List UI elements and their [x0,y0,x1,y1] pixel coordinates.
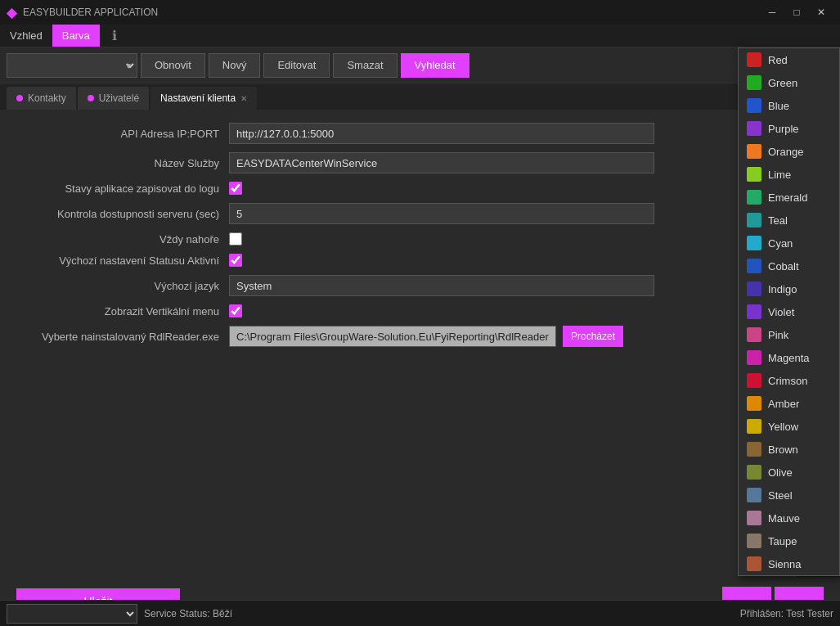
color-item-blue[interactable]: Blue [739,94,839,117]
input-kontrola[interactable] [229,203,654,224]
app-title: EASYBUILDER APPLICATION [23,7,158,18]
color-item-emerald[interactable]: Emerald [739,186,839,209]
color-item-taupe[interactable]: Taupe [739,529,839,552]
color-swatch-indigo [747,281,761,296]
color-item-yellow[interactable]: Yellow [739,415,839,438]
color-item-cobalt[interactable]: Cobalt [739,254,839,277]
menu-barva[interactable]: Barva [52,25,100,47]
color-swatch-mauve [747,511,761,525]
form-row-jazyk: Výchozí jazyk [16,275,779,296]
color-label-emerald: Emerald [768,191,807,204]
color-label-lime: Lime [768,169,791,181]
color-swatch-emerald [747,190,761,205]
novy-button[interactable]: Nový [209,53,261,78]
color-swatch-taupe [747,534,761,548]
color-item-amber[interactable]: Amber [739,392,839,415]
color-label-cobalt: Cobalt [768,260,799,272]
info-icon[interactable]: ℹ [100,28,129,43]
color-label-taupe: Taupe [768,535,797,547]
color-label-olive: Olive [768,466,793,479]
app-logo: ◆ [7,5,16,20]
tab-kontakty-dot [16,95,23,101]
vyhledat-button[interactable]: Vyhledat [401,53,469,78]
obnovit-button[interactable]: Obnovit [141,53,205,78]
color-label-indigo: Indigo [768,283,797,295]
form-row-vertikalni_menu: Zobrazit Vertikální menu [16,304,779,318]
label-api_adresa: API Adresa IP:PORT [16,128,229,140]
smazat-button[interactable]: Smazat [333,53,397,78]
minimize-button[interactable]: ─ [760,0,784,25]
color-label-violet: Violet [768,306,794,318]
color-swatch-amber [747,396,761,411]
form-row-kontrola: Kontrola dostupnosti serveru (sec) [16,203,779,224]
color-swatch-sienna [747,556,761,571]
editovat-button[interactable]: Editovat [263,53,330,78]
color-label-green: Green [768,77,797,89]
color-item-steel[interactable]: Steel [739,484,839,507]
color-swatch-crimson [747,373,761,388]
toolbar-dropdown[interactable] [7,53,137,78]
color-item-indigo[interactable]: Indigo [739,277,839,300]
checkbox-vertikalni_menu[interactable] [229,304,242,318]
color-label-brown: Brown [768,444,798,456]
color-label-teal: Teal [768,214,788,227]
label-status_aktivni: Výchozí nastavení Statusu Aktivní [16,254,229,267]
color-item-olive[interactable]: Olive [739,461,839,484]
label-vzdy_nahore: Vždy nahoře [16,233,229,245]
tab-nastaveni[interactable]: Nastavení klienta ✕ [150,87,257,110]
form-row-status_aktivni: Výchozí nastavení Statusu Aktivní [16,254,779,267]
color-item-sienna[interactable]: Sienna [739,552,839,575]
color-swatch-lime [747,167,761,182]
label-kontrola: Kontrola dostupnosti serveru (sec) [16,208,229,220]
color-label-sienna: Sienna [768,558,801,570]
color-item-lime[interactable]: Lime [739,163,839,186]
color-item-violet[interactable]: Violet [739,300,839,323]
label-nazev_sluzby: Název Služby [16,157,229,169]
input-api_adresa[interactable] [229,123,654,144]
procházet-button[interactable]: Procházet [563,326,623,347]
checkbox-status_aktivni[interactable] [229,254,242,267]
color-swatch-orange [747,144,761,159]
menu-vzhled[interactable]: Vzhled [0,25,52,47]
tab-kontakty[interactable]: Kontakty [7,87,76,110]
color-swatch-blue [747,98,761,113]
color-swatch-pink [747,327,761,342]
color-swatch-violet [747,304,761,319]
color-label-amber: Amber [768,398,799,410]
tab-uzivatele-dot [88,95,94,101]
rdl-reader-label: Vyberte nainstalovaný RdlReader.exe [16,331,229,343]
color-item-purple[interactable]: Purple [739,117,839,140]
color-label-blue: Blue [768,100,789,112]
tab-kontakty-label: Kontakty [28,92,66,104]
color-swatch-brown [747,442,761,457]
color-swatch-olive [747,465,761,480]
color-item-mauve[interactable]: Mauve [739,507,839,529]
color-item-teal[interactable]: Teal [739,209,839,232]
color-item-red[interactable]: Red [739,48,839,71]
label-vertikalni_menu: Zobrazit Vertikální menu [16,305,229,318]
status-dropdown[interactable] [7,604,137,624]
tab-uzivatele[interactable]: Uživatelé [78,87,149,110]
rdl-reader-row: Vyberte nainstalovaný RdlReader.exe Proc… [16,326,779,347]
rdl-reader-input[interactable] [229,326,556,347]
close-button[interactable]: ✕ [809,0,833,25]
color-item-green[interactable]: Green [739,71,839,94]
form-row-log: Stavy aplikace zapisovat do logu [16,182,779,195]
form-row-vzdy_nahore: Vždy nahoře [16,232,779,245]
tab-uzivatele-label: Uživatelé [99,92,139,104]
form-row-api_adresa: API Adresa IP:PORT [16,123,779,144]
color-item-brown[interactable]: Brown [739,438,839,461]
title-bar: ◆ EASYBUILDER APPLICATION ─ □ ✕ [0,0,840,25]
color-item-magenta[interactable]: Magenta [739,346,839,369]
color-item-pink[interactable]: Pink [739,323,839,346]
color-item-orange[interactable]: Orange [739,140,839,163]
checkbox-log[interactable] [229,182,242,195]
color-item-crimson[interactable]: Crimson [739,369,839,392]
input-jazyk[interactable] [229,275,654,296]
checkbox-vzdy_nahore[interactable] [229,232,242,245]
maximize-button[interactable]: □ [784,0,809,25]
color-item-cyan[interactable]: Cyan [739,232,839,254]
color-label-yellow: Yellow [768,421,798,433]
tab-nastaveni-close-icon[interactable]: ✕ [240,94,247,103]
input-nazev_sluzby[interactable] [229,152,654,173]
